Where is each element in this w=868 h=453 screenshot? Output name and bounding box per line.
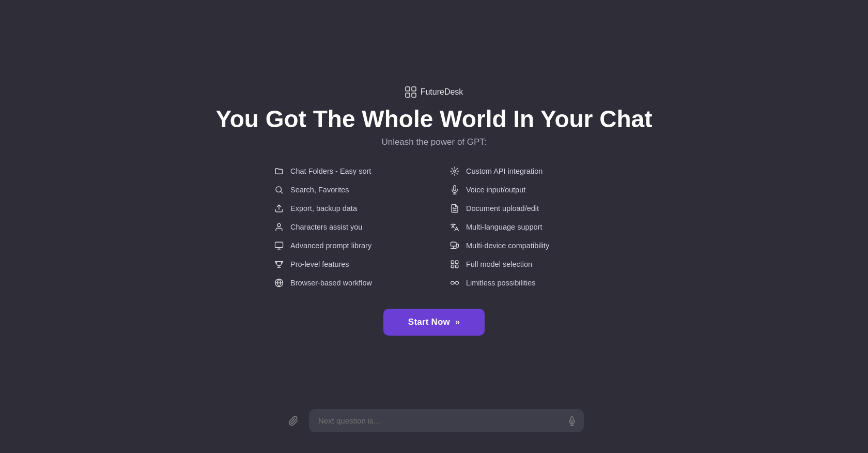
chevrons-icon: » — [455, 318, 460, 327]
feature-label: Export, backup data — [290, 204, 357, 213]
feature-pro-level: Pro-level features — [274, 259, 419, 269]
person-icon — [274, 222, 284, 232]
start-now-label: Start Now — [408, 317, 450, 327]
feature-multi-language: Multi-language support — [450, 222, 594, 232]
feature-label: Search, Favorites — [290, 186, 349, 194]
grid-icon — [450, 259, 460, 269]
mic-input-icon[interactable] — [567, 416, 577, 426]
svg-rect-0 — [406, 87, 410, 91]
export-icon — [274, 203, 284, 214]
globe-icon — [274, 278, 284, 288]
feature-label: Advanced prompt library — [290, 241, 371, 250]
feature-browser-workflow: Browser-based workflow — [274, 278, 419, 288]
trophy-icon — [274, 259, 284, 269]
api-icon — [450, 166, 460, 176]
svg-rect-21 — [455, 261, 458, 264]
feature-voice: Voice input/output — [450, 185, 594, 195]
svg-point-4 — [454, 170, 456, 173]
search-icon — [274, 185, 284, 195]
feature-label: Characters assist you — [290, 223, 362, 231]
book-icon — [274, 240, 284, 251]
feature-custom-api: Custom API integration — [450, 166, 594, 176]
infinity-icon — [450, 278, 460, 288]
feature-label: Custom API integration — [466, 167, 542, 175]
brand-icon — [405, 86, 416, 98]
feature-label: Multi-language support — [466, 223, 542, 231]
devices-icon — [450, 240, 460, 251]
svg-rect-22 — [451, 265, 454, 268]
feature-label: Browser-based workflow — [290, 279, 372, 287]
brand-name: FutureDesk — [421, 87, 463, 97]
feature-document: Document upload/edit — [450, 203, 594, 214]
chat-input[interactable] — [309, 409, 584, 432]
feature-label: Full model selection — [466, 260, 532, 268]
main-content: FutureDesk You Got The Whole World In Yo… — [216, 86, 653, 336]
feature-multi-device: Multi-device compatibility — [450, 240, 594, 251]
feature-chat-folders: Chat Folders - Easy sort — [274, 166, 419, 176]
svg-rect-2 — [406, 93, 410, 97]
svg-line-6 — [281, 192, 282, 193]
feature-export: Export, backup data — [274, 203, 419, 214]
main-title: You Got The Whole World In Your Chat — [216, 106, 653, 132]
brand: FutureDesk — [405, 86, 463, 98]
folder-icon — [274, 166, 284, 176]
feature-label: Document upload/edit — [466, 204, 539, 213]
svg-rect-1 — [412, 87, 416, 91]
svg-rect-16 — [451, 243, 456, 247]
svg-rect-3 — [412, 93, 416, 97]
features-grid: Chat Folders - Easy sort Custom API inte… — [274, 166, 594, 288]
feature-label: Limitless possibilities — [466, 279, 536, 287]
start-now-button[interactable]: Start Now » — [383, 309, 485, 336]
feature-label: Pro-level features — [290, 260, 349, 268]
bottom-bar — [284, 409, 584, 432]
feature-prompt-library: Advanced prompt library — [274, 240, 419, 251]
input-wrapper — [309, 409, 584, 432]
feature-characters: Characters assist you — [274, 222, 419, 232]
translate-icon — [450, 222, 460, 232]
svg-rect-20 — [451, 261, 454, 264]
svg-point-12 — [277, 224, 281, 227]
subtitle: Unleash the power of GPT: — [381, 137, 486, 147]
feature-full-model: Full model selection — [450, 259, 594, 269]
feature-label: Multi-device compatibility — [466, 241, 549, 250]
svg-rect-23 — [455, 265, 458, 268]
svg-rect-13 — [275, 243, 283, 248]
attachment-icon[interactable] — [284, 412, 303, 430]
mic-icon — [450, 185, 460, 195]
feature-search: Search, Favorites — [274, 185, 419, 195]
feature-label: Chat Folders - Easy sort — [290, 167, 371, 175]
feature-limitless: Limitless possibilities — [450, 278, 594, 288]
feature-label: Voice input/output — [466, 186, 525, 194]
svg-rect-17 — [456, 244, 459, 247]
svg-point-5 — [276, 187, 282, 192]
document-icon — [450, 203, 460, 214]
